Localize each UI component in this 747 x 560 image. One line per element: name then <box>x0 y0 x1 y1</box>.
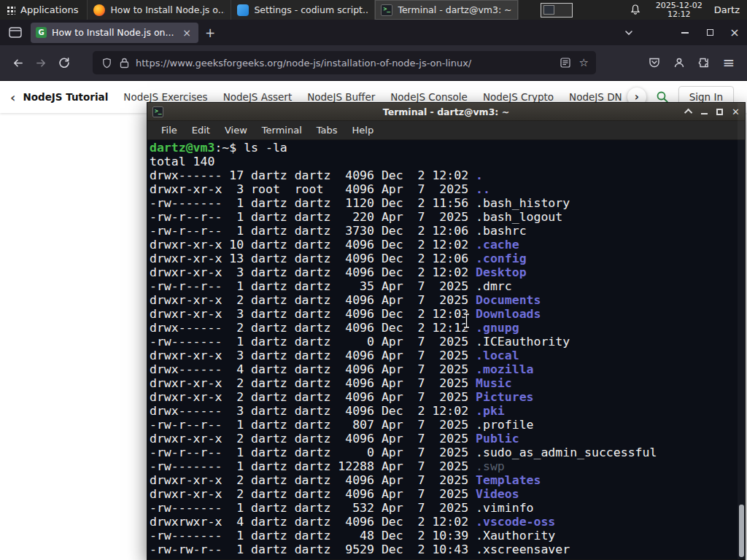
terminal-minimize-icon[interactable] <box>701 113 708 114</box>
applications-menu-button[interactable]: Applications <box>0 0 88 20</box>
terminal-line: drwx------ 4 dartz dartz 4096 Apr 7 2025… <box>150 362 745 376</box>
firefox-icon <box>93 4 105 16</box>
gfg-nav-item[interactable]: NodeJS Console <box>390 91 468 103</box>
clock-date: 2025-12-02 <box>656 1 703 10</box>
url-bar[interactable]: https://www.geeksforgeeks.org/node-js/in… <box>93 51 596 74</box>
pocket-icon[interactable] <box>642 51 667 74</box>
tab-list-chevron-icon[interactable] <box>620 27 638 39</box>
gfg-favicon: G <box>36 27 47 38</box>
terminal-line: drwxr-xr-x 2 dartz dartz 4096 Apr 7 2025… <box>150 432 745 446</box>
forward-icon[interactable] <box>29 51 53 74</box>
terminal-maximize-icon[interactable] <box>716 109 723 115</box>
taskbar-window-codium[interactable]: Settings - codium script... <box>231 0 375 20</box>
terminal-scrollbar-thumb[interactable] <box>739 505 744 557</box>
reader-mode-icon[interactable] <box>560 58 570 68</box>
gfg-nav-items: NodeJS TutorialNodeJS ExercisesNodeJS As… <box>23 91 621 103</box>
terminal-line: -rw------- 1 dartz dartz 1120 Dec 2 11:5… <box>150 196 745 210</box>
terminal-line: drwxr-xr-x 3 dartz dartz 4096 Dec 2 12:0… <box>150 265 745 279</box>
gfg-nav-item[interactable]: NodeJS Tutorial <box>23 91 108 103</box>
terminal-line: drwxrwxr-x 4 dartz dartz 4096 Dec 2 12:0… <box>150 515 745 529</box>
bookmark-star-icon[interactable]: ☆ <box>579 56 589 69</box>
lock-icon[interactable] <box>120 58 129 69</box>
terminal-line: drwxr-xr-x 2 dartz dartz 4096 Apr 7 2025… <box>150 487 745 501</box>
taskbar-windows: How to Install Node.js o...Settings - co… <box>88 0 519 20</box>
terminal-line: -rw-r--r-- 1 dartz dartz 35 Apr 7 2025 .… <box>150 279 745 293</box>
terminal-window-controls: ✕ <box>686 107 740 117</box>
clock[interactable]: 2025-12-02 12:12 <box>656 1 703 19</box>
browser-tab-bar: G How to Install Node.js on... × + × <box>0 20 747 45</box>
browser-window-controls: × <box>673 23 747 42</box>
taskbar-window-title: Settings - codium script... <box>254 4 368 15</box>
terminal-title: Terminal - dartz@vm3: ~ <box>147 106 745 117</box>
reload-icon[interactable] <box>53 51 76 74</box>
terminal-line: drwxr-xr-x 2 dartz dartz 4096 Apr 7 2025… <box>150 376 745 390</box>
terminal-line: drwxr-xr-x 2 dartz dartz 4096 Apr 7 2025… <box>150 293 745 307</box>
terminal-line: drwxr-xr-x 3 dartz dartz 4096 Apr 7 2025… <box>150 349 745 362</box>
applications-label: Applications <box>20 4 78 15</box>
bell-icon[interactable] <box>630 4 641 16</box>
tab-title: How to Install Node.js on... <box>52 27 175 38</box>
terminal-scrollbar[interactable] <box>738 103 745 559</box>
terminal-menu-view[interactable]: View <box>217 122 255 139</box>
terminal-menu-help[interactable]: Help <box>345 122 382 139</box>
window-maximize-icon[interactable] <box>697 23 722 42</box>
terminal-line: -rw------- 1 dartz dartz 12288 Apr 7 202… <box>150 459 745 473</box>
toolbar-icons: ≡ <box>642 51 741 74</box>
browser-tab[interactable]: G How to Install Node.js on... × <box>31 23 198 43</box>
terminal-menu-file[interactable]: File <box>154 122 185 139</box>
terminal-line: -rw-r--r-- 1 dartz dartz 0 Apr 7 2025 .s… <box>150 446 745 459</box>
terminal-prompt-line: dartz@vm3:~$ ls -la <box>150 141 745 155</box>
account-icon[interactable] <box>667 51 692 74</box>
taskbar-window-terminal[interactable]: Terminal - dartz@vm3: ~ <box>375 0 519 20</box>
window-minimize-icon[interactable] <box>673 23 697 42</box>
workspace-switcher[interactable] <box>541 3 573 18</box>
terminal-line: drwxr-xr-x 3 root root 4096 Apr 7 2025 .… <box>150 182 745 196</box>
terminal-window: Terminal - dartz@vm3: ~ ✕ FileEditViewTe… <box>147 102 746 560</box>
menu-icon[interactable]: ≡ <box>716 51 741 74</box>
back-icon[interactable] <box>6 51 29 74</box>
shield-icon[interactable] <box>101 58 112 69</box>
terminal-menubar: FileEditViewTerminalTabsHelp <box>147 121 745 140</box>
clock-time: 12:12 <box>656 10 703 19</box>
terminal-line: -rw------- 1 dartz dartz 532 Apr 7 2025 … <box>150 501 745 515</box>
extensions-icon[interactable] <box>692 51 716 74</box>
terminal-line: drwxr-xr-x 10 dartz dartz 4096 Dec 2 12:… <box>150 238 745 252</box>
terminal-close-icon[interactable]: ✕ <box>732 107 740 117</box>
terminal-titlebar[interactable]: Terminal - dartz@vm3: ~ ✕ <box>147 103 745 121</box>
user-label: Dartz <box>714 4 740 15</box>
gfg-nav-item[interactable]: NodeJS Crypto <box>483 91 554 103</box>
terminal-line: drwxr-xr-x 3 dartz dartz 4096 Dec 2 12:0… <box>150 307 745 321</box>
terminal-line: -rw------- 1 dartz dartz 0 Apr 7 2025 .I… <box>150 335 745 349</box>
browser-toolbar: https://www.geeksforgeeks.org/node-js/in… <box>0 45 747 81</box>
terminal-output[interactable]: dartz@vm3:~$ ls -latotal 140drwx------ 1… <box>147 140 745 559</box>
gfg-nav-item[interactable]: NodeJS Exercises <box>123 91 207 103</box>
terminal-menu-terminal[interactable]: Terminal <box>255 122 309 139</box>
firefox-view-icon[interactable] <box>6 24 25 41</box>
terminal-line: drwxr-xr-x 2 dartz dartz 4096 Apr 7 2025… <box>150 390 745 404</box>
terminal-icon <box>381 4 392 16</box>
terminal-line: -rw-r--r-- 1 dartz dartz 3730 Dec 2 12:0… <box>150 224 745 238</box>
tab-close-icon[interactable]: × <box>180 27 193 39</box>
terminal-line: drwx------ 17 dartz dartz 4096 Dec 2 12:… <box>150 168 745 182</box>
codium-icon <box>237 4 249 16</box>
applications-grid-icon <box>6 5 15 15</box>
url-text: https://www.geeksforgeeks.org/node-js/in… <box>136 58 560 69</box>
terminal-line: drwx------ 2 dartz dartz 4096 Dec 2 12:1… <box>150 321 745 335</box>
window-close-icon[interactable]: × <box>722 23 747 42</box>
new-tab-icon[interactable]: + <box>198 24 222 42</box>
nav-prev-icon[interactable]: ‹ <box>0 90 23 105</box>
terminal-line: -rw-r--r-- 1 dartz dartz 807 Apr 7 2025 … <box>150 418 745 432</box>
taskbar-window-firefox[interactable]: How to Install Node.js o... <box>88 0 231 20</box>
terminal-line: drwxr-xr-x 13 dartz dartz 4096 Dec 2 12:… <box>150 252 745 265</box>
terminal-line: drwx------ 3 dartz dartz 4096 Dec 2 12:0… <box>150 404 745 418</box>
gfg-nav-item[interactable]: NodeJS Buffer <box>307 91 375 103</box>
top-panel: Applications How to Install Node.js o...… <box>0 0 747 20</box>
gfg-nav-item[interactable]: NodeJS Assert <box>223 91 293 103</box>
terminal-line: -rw-rw-r-- 1 dartz dartz 9529 Dec 2 10:4… <box>150 542 745 556</box>
terminal-line: drwxr-xr-x 2 dartz dartz 4096 Apr 7 2025… <box>150 473 745 487</box>
terminal-menu-edit[interactable]: Edit <box>185 122 217 139</box>
terminal-shade-icon[interactable] <box>684 109 692 117</box>
terminal-menu-tabs[interactable]: Tabs <box>309 122 345 139</box>
gfg-nav-item[interactable]: NodeJS DNS <box>569 91 622 103</box>
taskbar-window-title: Terminal - dartz@vm3: ~ <box>398 4 511 15</box>
